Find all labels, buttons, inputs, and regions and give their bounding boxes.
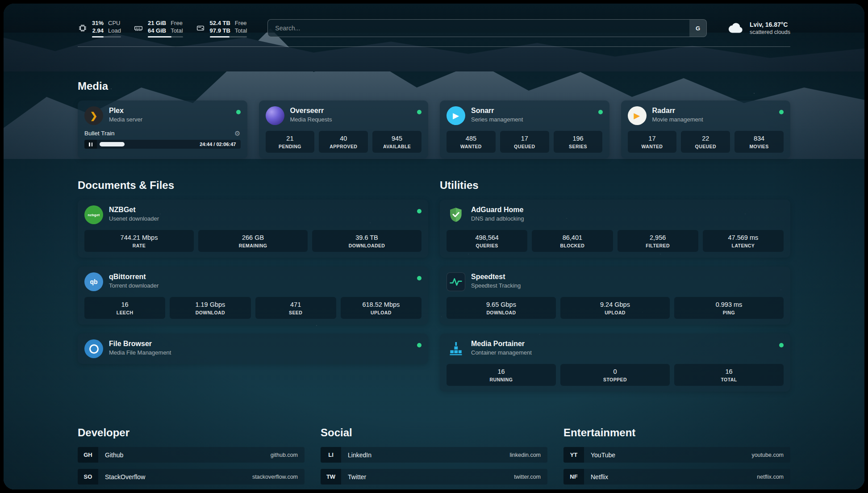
disk-progress-fill (210, 36, 230, 38)
bookmark-linkedin[interactable]: LI LinkedIn linkedin.com (321, 447, 547, 463)
cloud-icon (727, 21, 744, 36)
weather-condition: scattered clouds (750, 29, 790, 35)
service-subtitle: Series management (471, 116, 523, 123)
status-dot (417, 209, 421, 213)
playback-time: 24:44 / 02:06:47 (200, 140, 236, 149)
stat-leech: 16 LEECH (84, 297, 165, 319)
stat-movies: 834 MOVIES (734, 131, 784, 153)
settings-icon[interactable]: ⚙ (234, 130, 240, 137)
cpu-progress-fill (92, 36, 104, 38)
ram-progress-track (148, 36, 183, 38)
weather-location: Lviv, 16.87°C (750, 21, 790, 28)
status-dot (779, 110, 784, 114)
bookmark-url: linkedin.com (510, 452, 541, 458)
playback-progress-fill (100, 142, 125, 146)
service-card-plex[interactable]: ❯ Plex Media server Bullet Train ⚙ (78, 100, 247, 159)
stat-download: 1.19 Gbps DOWNLOAD (170, 297, 250, 319)
service-subtitle: DNS and adblocking (471, 215, 524, 222)
disk-free-value: 52.4 TB (210, 19, 230, 27)
service-card-overseerr[interactable]: Overseerr Media Requests 21 PENDING 40 A… (259, 100, 429, 159)
disk-total-label: Total (235, 27, 247, 34)
disk-metric-body: 52.4 TB 97.9 TB Free Total (210, 19, 247, 38)
service-name: Overseerr (290, 107, 332, 115)
service-card-speedtest[interactable]: Speedtest Speedtest Tracking 9.65 Gbps D… (440, 267, 790, 325)
stat-wanted: 17 WANTED (628, 131, 677, 153)
bookmark-name: Github (105, 451, 123, 459)
bookmark-url: twitter.com (514, 474, 541, 480)
search-input[interactable] (267, 19, 707, 37)
service-subtitle: Movie management (652, 116, 703, 123)
portainer-crane-icon (447, 339, 465, 358)
cpu-usage-label: CPU (108, 19, 121, 27)
qbittorrent-icon: qb (84, 272, 103, 291)
weather-widget[interactable]: Lviv, 16.87°C scattered clouds (727, 21, 790, 36)
cpu-metric-body: 31% 2.94 CPU Load (92, 19, 121, 38)
service-card-radarr[interactable]: ▶ Radarr Movie management 17 WANTED (621, 100, 791, 159)
topbar: 31% 2.94 CPU Load (78, 17, 790, 39)
bookmark-group-entertainment: Entertainment YT YouTube youtube.com NF … (563, 426, 790, 489)
cpu-icon (78, 23, 88, 33)
bookmark-url: youtube.com (751, 452, 784, 458)
ram-free-label: Free (171, 19, 183, 27)
ram-metric-body: 21 GiB 64 GiB Free Total (148, 19, 183, 38)
search-provider-button[interactable]: G (689, 20, 706, 37)
service-name: qBittorrent (109, 273, 159, 281)
bookmark-youtube[interactable]: YT YouTube youtube.com (563, 447, 790, 463)
stat-approved: 40 APPROVED (319, 131, 368, 153)
bookmark-abbr: GH (78, 447, 98, 463)
ram-progress-fill (148, 36, 171, 38)
status-dot (236, 110, 241, 114)
stat-download: 9.65 Gbps DOWNLOAD (447, 297, 556, 319)
service-card-sonarr[interactable]: ▶ Sonarr Series management 485 WANTED (440, 100, 609, 159)
service-card-nzbget[interactable]: nzbget NZBGet Usenet downloader 744.21 M… (78, 200, 428, 258)
stat-ping: 0.993 ms PING (674, 297, 784, 319)
section-media: Media ❯ Plex Media server Bullet Tr (78, 80, 790, 159)
stat-upload: 618.52 Mbps UPLOAD (341, 297, 421, 319)
ram-icon (134, 23, 143, 33)
bookmark-abbr: LI (321, 447, 341, 463)
pause-icon[interactable] (84, 140, 97, 149)
bookmark-name: StackOverflow (105, 473, 145, 480)
bookmark-twitter[interactable]: TW Twitter twitter.com (321, 469, 547, 485)
service-subtitle: Usenet downloader (109, 215, 159, 222)
stat-running: 16 RUNNING (447, 364, 556, 386)
bookmark-name: LinkedIn (348, 451, 371, 459)
status-dot (417, 343, 421, 347)
cpu-load-label: Load (108, 27, 121, 34)
bookmark-name: YouTube (591, 451, 615, 459)
bookmark-group-social: Social LI LinkedIn linkedin.com TW Twitt… (321, 426, 547, 489)
disk-icon (196, 23, 205, 33)
section-title-developer: Developer (78, 426, 305, 439)
ram-free-value: 21 GiB (148, 19, 166, 27)
service-subtitle: Media Requests (290, 116, 332, 123)
stat-filtered: 2,956 FILTERED (618, 230, 698, 252)
service-card-portainer[interactable]: Media Portainer Container management 16 … (440, 334, 790, 392)
bookmark-url: netflix.com (757, 474, 784, 480)
stat-remaining: 266 GB REMAINING (198, 230, 308, 252)
system-metrics: 31% 2.94 CPU Load (78, 19, 247, 38)
bookmark-name: Twitter (348, 473, 366, 480)
stat-available: 945 AVAILABLE (372, 131, 421, 153)
media-grid: ❯ Plex Media server Bullet Train ⚙ (78, 100, 790, 159)
disk-metric: 52.4 TB 97.9 TB Free Total (196, 19, 247, 38)
cpu-load-value: 2.94 (92, 27, 104, 34)
status-dot (779, 343, 784, 347)
service-card-adguard[interactable]: AdGuard Home DNS and adblocking 498,564 … (440, 200, 790, 258)
bookmark-stackoverflow[interactable]: SO StackOverflow stackoverflow.com (78, 469, 305, 485)
service-card-qbittorrent[interactable]: qb qBittorrent Torrent downloader 16 LEE… (78, 267, 428, 325)
dashboard-content: 31% 2.94 CPU Load (4, 4, 864, 489)
bookmark-netflix[interactable]: NF Netflix netflix.com (563, 469, 790, 485)
search-bar: G (267, 19, 707, 37)
stat-rate: 744.21 Mbps RATE (84, 230, 194, 252)
bookmark-abbr: SO (78, 469, 98, 485)
bookmark-github[interactable]: GH Github github.com (78, 447, 305, 463)
speedtest-graph-icon (447, 272, 465, 291)
service-subtitle: Torrent downloader (109, 282, 159, 289)
service-card-filebrowser[interactable]: File Browser Media File Management (78, 334, 428, 364)
stat-downloaded: 39.6 TB DOWNLOADED (312, 230, 421, 252)
playback-progress-bar[interactable]: 24:44 / 02:06:47 (84, 140, 241, 149)
disk-total-value: 97.9 TB (210, 27, 230, 34)
dashboard-screen: 31% 2.94 CPU Load (4, 4, 864, 489)
ram-total-label: Total (171, 27, 183, 34)
service-name: Sonarr (471, 107, 523, 115)
